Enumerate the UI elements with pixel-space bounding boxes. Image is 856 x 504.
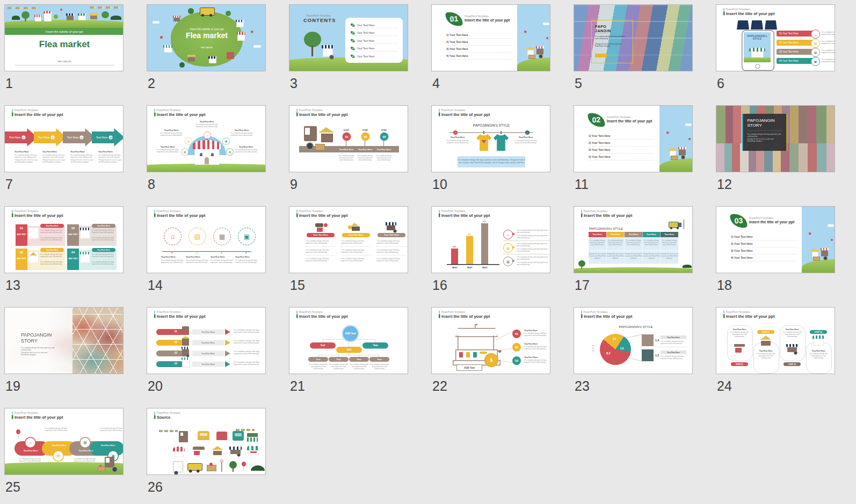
note-box: It's a template design with long experie… (458, 156, 525, 167)
slide-thumbnail-22[interactable]: PowerPoint Templates Insert the title of… (431, 307, 550, 374)
table-header-cell: Text Here (589, 232, 606, 237)
wheel-icon (306, 142, 314, 150)
crate-icon (528, 55, 535, 59)
crate-icon (671, 156, 678, 160)
balloon-icon (16, 429, 20, 434)
table-header-row: Text Here Text Here Text Here Text Here … (589, 232, 679, 237)
slide-thumbnail-17[interactable]: PowerPoint Templates Insert the title of… (574, 206, 693, 273)
table-icon (734, 344, 745, 347)
awning-icon (765, 20, 777, 30)
table-header-cell: Text Here (607, 232, 625, 237)
slide-thumbnail-16[interactable]: PowerPoint Templates Insert the title of… (431, 206, 550, 273)
listed-lines: 1) Your Text Here 2) Your Text Here 3) Y… (731, 234, 796, 261)
cup-icon (473, 352, 477, 357)
story-desc: It's a template design with long experie… (748, 133, 782, 137)
story-title-line2: STORY (21, 338, 38, 344)
desc-text: Change the text to suit it as your own P… (595, 43, 628, 47)
cart-illustration (315, 223, 323, 227)
slide-thumbnail-19[interactable]: PAPOJANGIN STORY It's a template design … (4, 307, 124, 374)
grass-band (5, 20, 124, 28)
store-icon: ⌂ (503, 230, 513, 239)
home-button-icon (756, 64, 760, 69)
block-tab: 04ADD TEXT (67, 249, 79, 270)
slide-number: 18 (717, 277, 835, 293)
text-block: YourText HereIt's a template design with… (42, 150, 66, 163)
slide-thumbnail-20[interactable]: PowerPoint Templates Insert the title of… (147, 307, 266, 374)
slide-thumbnail-4[interactable]: 01 PowerPoint Templates Insert the title… (431, 4, 550, 71)
slide-thumbnail-1[interactable]: Insert the subtitle of your ppt Flea mar… (4, 4, 124, 71)
slide-cell-20: PowerPoint Templates Insert the title of… (147, 307, 266, 408)
stall-icon (227, 52, 234, 59)
bush-icon (683, 265, 692, 268)
gray-box: YourText Here (192, 340, 224, 346)
clothesline (449, 133, 533, 133)
slide-thumbnail-12[interactable]: PAPOJANGIN STORY It's a template design … (716, 105, 835, 172)
balloon-icon (688, 138, 691, 140)
block-tab: 02ADD TEXT (16, 249, 27, 270)
table-icon (761, 341, 771, 346)
slide-cell-26: PowerPoint Templates Source (147, 408, 266, 504)
store-icon: ⌂ (204, 132, 211, 139)
slide-number: 11 (575, 177, 693, 192)
table-body-row-2: Change the text to suit it as your own P… (589, 251, 679, 264)
bullet-list: • It's a template design with long exper… (306, 240, 336, 262)
slide-thumbnail-11[interactable]: 02 PowerPoint Templates Insert the title… (574, 105, 693, 172)
check-icon: ✓ (525, 130, 529, 135)
slide-cell-1: Insert the subtitle of your ppt Flea mar… (4, 4, 124, 105)
leaf-number-icon: 01 (445, 11, 463, 27)
table-body-row-1: It's a template design with long experie… (589, 238, 679, 251)
slide-number: 21 (290, 378, 408, 394)
slide-number: 6 (717, 76, 835, 91)
slide-thumbnail-6[interactable]: PowerPoint Templates Insert the title of… (716, 4, 835, 71)
style-title: PAPOJANGIN's STYLE (589, 227, 623, 230)
slide-thumbnail-21[interactable]: PowerPoint Templates Insert the title of… (289, 307, 408, 374)
slide-cell-10: PowerPoint Templates Insert the title of… (431, 105, 550, 206)
slide-number: 7 (5, 177, 124, 192)
slide-cell-21: PowerPoint Templates Insert the title of… (289, 307, 408, 408)
slide-number: 23 (575, 378, 693, 394)
slide-thumbnail-7[interactable]: PowerPoint Templates Insert the title of… (4, 105, 124, 172)
step-pill-2: STEP 02 (757, 330, 774, 334)
slide-thumbnail-18[interactable]: 03 PowerPoint Templates Insert the title… (716, 206, 835, 273)
tree-icon (229, 461, 237, 469)
slide-thumbnail-10[interactable]: PowerPoint Templates Insert the title of… (431, 105, 550, 172)
level3-node: Text (329, 357, 349, 362)
slide-cell-8: PowerPoint Templates Insert the title of… (147, 105, 266, 206)
slide-thumbnail-25[interactable]: PowerPoint Templates Insert the title of… (4, 408, 124, 475)
slide-cell-19: PAPOJANGIN STORY It's a template design … (4, 307, 124, 408)
crate-icon (98, 466, 105, 471)
step-circle-1: 01 (342, 132, 351, 141)
arrow-step-2: Text Here02 (34, 128, 67, 147)
slide-thumbnail-14[interactable]: PowerPoint Templates Insert the title of… (147, 206, 266, 273)
grass-band (574, 267, 693, 273)
mini-stall-icon (749, 48, 765, 52)
slide-thumbnail-2[interactable]: Insert the subtitle of your ppt Flea mar… (147, 4, 266, 71)
slide-thumbnail-23[interactable]: PowerPoint Templates Insert the title of… (574, 307, 693, 374)
bar-value-2: 000 (463, 233, 475, 236)
slide-thumbnail-3[interactable]: PowerPoint Templates CONTENTS 01 Your Te… (289, 4, 408, 71)
contents-title: CONTENTS (303, 17, 336, 23)
desc-text: It's a template design with long experie… (595, 35, 628, 40)
chart-baseline (447, 264, 499, 265)
slide-header: PowerPoint Templates Insert the title of… (154, 109, 205, 116)
level3-node: Text (349, 357, 369, 362)
slide-header: PowerPoint Templates Insert the title of… (439, 109, 490, 116)
mobile-pay-icon: ▦ (79, 437, 91, 448)
slide-thumbnail-26[interactable]: PowerPoint Templates Source (147, 408, 266, 475)
cloud-icon (685, 123, 692, 126)
slide-thumbnail-9[interactable]: PowerPoint Templates Insert the title of… (289, 105, 408, 172)
slide-thumbnail-5[interactable]: PAPO JANGIN It's a template design with … (574, 4, 693, 71)
slide-number: 10 (432, 177, 550, 192)
story-desc: It's a template design with long experie… (21, 347, 56, 351)
slide-thumbnail-8[interactable]: PowerPoint Templates Insert the title of… (147, 105, 266, 172)
slide-thumbnail-13[interactable]: PowerPoint Templates Insert the title of… (4, 206, 124, 273)
gray-box: YourText Here (192, 362, 224, 367)
contents-item: 03 Your Text Here (351, 38, 398, 44)
slide-thumbnail-15[interactable]: PowerPoint Templates Insert the title of… (289, 206, 408, 273)
text-block: YourText HereIt's a template design with… (186, 255, 208, 264)
subtitle-band: Insert the subtitle of your ppt (5, 28, 124, 35)
slide-thumbnail-24[interactable]: PowerPoint Templates Insert the title of… (716, 307, 835, 374)
bush-icon (111, 16, 121, 20)
slide-header: PowerPoint Templates Source (154, 412, 180, 419)
cloud-icon (153, 21, 159, 24)
